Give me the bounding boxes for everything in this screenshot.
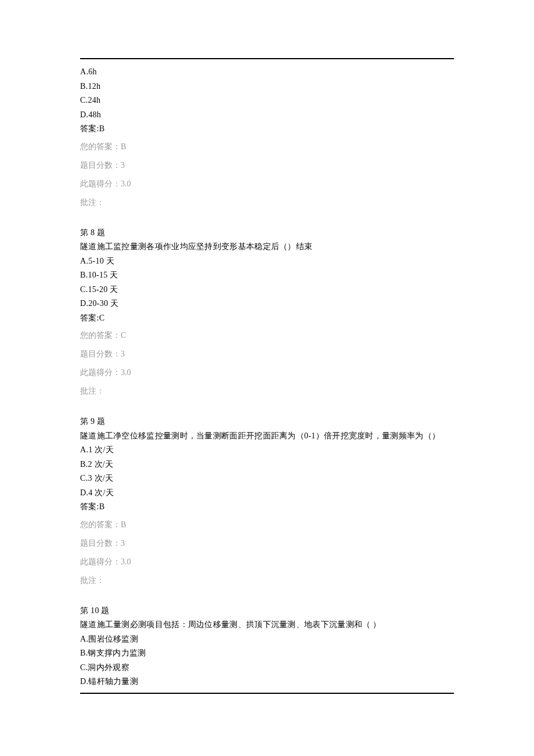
q9-text: 隧道施工净空位移监控量测时，当量测断面距开挖面距离为（0-1）倍开挖宽度时，量测…	[80, 429, 454, 444]
q8-answer: 答案:C	[80, 311, 454, 326]
q9-score: 题目分数：3	[80, 535, 454, 552]
q7-option-d: D.48h	[80, 108, 454, 123]
q8-got: 此题得分：3.0	[80, 365, 454, 381]
q9-answer: 答案:B	[80, 500, 454, 514]
q8-option-b: B.10-15 天	[80, 268, 454, 283]
q9-option-c: C.3 次/天	[80, 471, 454, 486]
q8-header: 第 8 题	[80, 226, 454, 240]
q9-your-answer: 您的答案：B	[80, 517, 454, 533]
q8-score: 题目分数：3	[80, 346, 454, 362]
q8-option-c: C.15-20 天	[80, 283, 454, 297]
q10-text: 隧道施工量测必测项目包括：周边位移量测、拱顶下沉量测、地表下沉量测和（ ）	[80, 618, 454, 632]
bottom-rule	[80, 693, 454, 694]
q7-remark: 批注：	[80, 195, 454, 211]
q8-your-answer: 您的答案：C	[80, 327, 454, 344]
q10-header: 第 10 题	[80, 604, 454, 618]
q9-remark: 批注：	[80, 573, 454, 589]
q9-option-a: A.1 次/天	[80, 443, 454, 458]
q7-got: 此题得分：3.0	[80, 176, 454, 192]
q9-got: 此题得分：3.0	[80, 554, 454, 570]
q7-option-b: B.12h	[80, 80, 454, 94]
q9-header: 第 9 题	[80, 415, 454, 429]
q10-option-c: C.洞内外观察	[80, 661, 454, 675]
q7-option-c: C.24h	[80, 93, 454, 108]
q7-answer: 答案:B	[80, 122, 454, 136]
q10-option-b: B.钢支撑内力监测	[80, 646, 454, 661]
q9-option-d: D.4 次/天	[80, 486, 454, 501]
q9-option-b: B.2 次/天	[80, 458, 454, 472]
q8-text: 隧道施工监控量测各项作业均应坚持到变形基本稳定后（）结束	[80, 240, 454, 254]
q7-score: 题目分数：3	[80, 157, 454, 174]
q8-option-d: D.20-30 天	[80, 297, 454, 311]
top-rule	[80, 58, 454, 59]
q7-option-a: A.6h	[80, 65, 454, 80]
q10-option-a: A.围岩位移监测	[80, 632, 454, 647]
q7-your-answer: 您的答案：B	[80, 139, 454, 155]
document-page: A.6h B.12h C.24h D.48h 答案:B 您的答案：B 题目分数：…	[0, 0, 534, 717]
q8-remark: 批注：	[80, 383, 454, 399]
q10-option-d: D.锚杆轴力量测	[80, 675, 454, 689]
q8-option-a: A.5-10 天	[80, 254, 454, 269]
